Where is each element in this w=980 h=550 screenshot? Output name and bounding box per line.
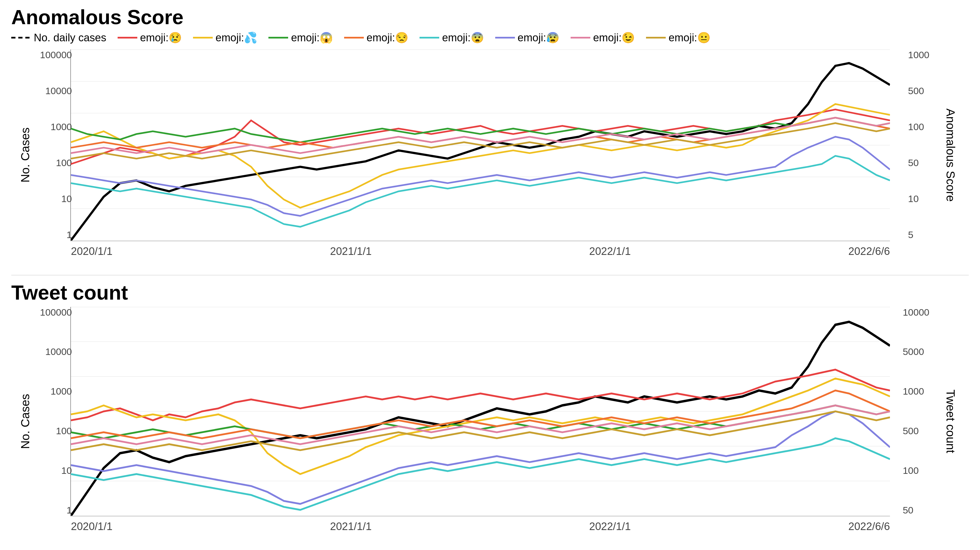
legend-line-8 bbox=[646, 37, 666, 38]
legend-line-2 bbox=[193, 37, 213, 38]
legend-line-4 bbox=[344, 37, 364, 38]
legend-line-1 bbox=[118, 37, 137, 38]
legend-line-5 bbox=[420, 37, 439, 38]
chart2-y-left-ticks: 100000 10000 1000 100 10 1 bbox=[40, 307, 72, 516]
legend-label-6: emoji:😰 bbox=[518, 32, 559, 44]
chart2-svg bbox=[71, 307, 890, 516]
chart1-title: Anomalous Score bbox=[11, 6, 969, 29]
legend-item-5: emoji:😨 bbox=[420, 32, 484, 44]
legend-label-3: emoji:😱 bbox=[291, 32, 332, 44]
line-emoji4 bbox=[71, 118, 890, 148]
legend-item-3: emoji:😱 bbox=[269, 32, 332, 44]
chart1-container: No. Cases 100000 10000 1000 bbox=[11, 49, 969, 261]
legend-item-4: emoji:😒 bbox=[344, 32, 408, 44]
legend-line-6 bbox=[495, 37, 515, 38]
chart2-title: Tweet count bbox=[11, 281, 969, 304]
chart2-x-ticks: 2020/1/1 2021/1/1 2022/1/1 2022/6/6 bbox=[71, 520, 890, 533]
chart2-y-left-label: No. Cases bbox=[11, 307, 40, 536]
legend-line-7 bbox=[571, 37, 590, 38]
legend-item-2: emoji:💦 bbox=[193, 32, 257, 44]
legend-item-0: No. daily cases bbox=[11, 32, 107, 44]
tweet-count-section: Tweet count No. Cases 100000 10000 bbox=[11, 281, 969, 536]
legend-item-7: emoji:😉 bbox=[571, 32, 635, 44]
chart1-y-right-ticks: 1000 500 100 50 10 5 bbox=[908, 49, 929, 241]
legend-item-6: emoji:😰 bbox=[495, 32, 559, 44]
chart1-x-ticks: 2020/1/1 2021/1/1 2022/1/1 2022/6/6 bbox=[71, 245, 890, 257]
chart1-y-right-label: Anomalous Score bbox=[932, 49, 969, 261]
anomalous-score-section: Anomalous Score No. daily casesemoji:😢em… bbox=[11, 6, 969, 261]
chart2-y-right-label: Tweet count bbox=[932, 307, 969, 536]
legend-item-8: emoji:😐 bbox=[646, 32, 710, 44]
legend-line-3 bbox=[269, 37, 288, 38]
chart1-y-left-ticks: 100000 10000 1000 100 10 1 bbox=[40, 49, 72, 241]
section-divider bbox=[11, 275, 969, 276]
legend-label-4: emoji:😒 bbox=[367, 32, 408, 44]
legend-label-8: emoji:😐 bbox=[668, 32, 710, 44]
legend-label-7: emoji:😉 bbox=[593, 32, 635, 44]
legend-line-0 bbox=[11, 37, 31, 38]
chart2-y-right-ticks: 10000 5000 1000 500 100 50 bbox=[903, 307, 929, 516]
line2-emoji8 bbox=[71, 411, 890, 450]
chart1-y-left-label: No. Cases bbox=[11, 49, 40, 261]
chart2-container: No. Cases 100000 10000 1000 bbox=[11, 307, 969, 536]
line2-emoji3 bbox=[71, 405, 890, 438]
chart1-area: 100000 10000 1000 100 10 1 1000 500 100 … bbox=[70, 49, 890, 241]
line-emoji5 bbox=[71, 156, 890, 227]
line-emoji2 bbox=[71, 104, 890, 208]
legend-label-1: emoji:😢 bbox=[140, 32, 182, 44]
legend-item-1: emoji:😢 bbox=[118, 32, 182, 44]
chart1-svg bbox=[71, 49, 890, 241]
legend-label-0: No. daily cases bbox=[34, 32, 107, 44]
chart2-area: 100000 10000 1000 100 10 1 10000 5000 10… bbox=[70, 307, 890, 517]
legend-label-2: emoji:💦 bbox=[216, 32, 257, 44]
legend-label-5: emoji:😨 bbox=[442, 32, 484, 44]
legend: No. daily casesemoji:😢emoji:💦emoji:😱emoj… bbox=[11, 32, 969, 44]
